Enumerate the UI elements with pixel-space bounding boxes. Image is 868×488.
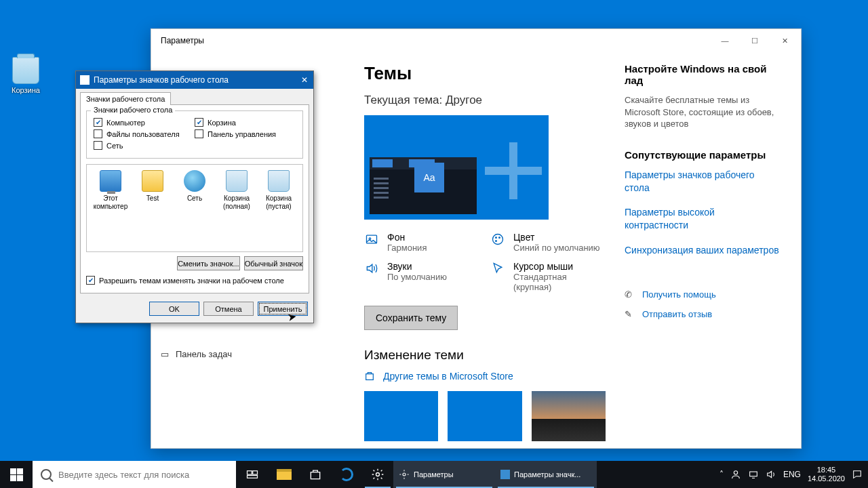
setting-sounds[interactable]: ЗвукиПо умолчанию	[364, 261, 479, 292]
search-icon	[41, 469, 52, 480]
taskbar-task-settings[interactable]: Параметры	[393, 461, 495, 488]
icon-bin-full[interactable]: Корзина (полная)	[218, 170, 255, 210]
svg-point-3	[496, 237, 497, 239]
change-theme-heading: Изменение теми	[364, 348, 606, 363]
taskbar-app-explorer[interactable]	[269, 461, 300, 488]
link-feedback[interactable]: ✎Отправить отзыв	[625, 309, 781, 319]
windows-logo-icon	[10, 468, 23, 481]
settings-title: Параметры	[161, 36, 204, 45]
change-icon-button[interactable]: Сменить значок...	[177, 256, 240, 270]
tray-network-icon[interactable]	[748, 469, 759, 480]
icon-user-folder[interactable]: Test	[134, 170, 171, 210]
gear-icon	[371, 468, 384, 481]
link-get-help[interactable]: ✆Получить помощь	[625, 289, 781, 300]
checkbox-icon: ✔	[94, 118, 102, 127]
dialog-icon	[80, 75, 90, 85]
fieldset-legend: Значки рабочего стола	[91, 106, 175, 114]
tray-people-icon[interactable]	[730, 469, 741, 480]
store-icon	[309, 468, 322, 481]
svg-rect-12	[750, 472, 757, 476]
recycle-bin-icon	[12, 57, 39, 84]
speaker-icon	[364, 261, 379, 276]
tray-language[interactable]: ENG	[783, 470, 801, 479]
desktop-icon-recycle-bin[interactable]: Корзина	[7, 57, 45, 94]
link-high-contrast[interactable]: Параметры высокой контрастности	[625, 206, 781, 232]
checkbox-control-panel[interactable]: Панель управления	[195, 129, 296, 138]
more-themes-link[interactable]: Другие темы в Microsoft Store	[364, 371, 606, 382]
minimize-button[interactable]: —	[710, 30, 740, 51]
theme-preview[interactable]: Aa	[364, 115, 549, 220]
help-icon: ✆	[625, 289, 635, 300]
taskbar-app-settings[interactable]	[362, 461, 393, 488]
gear-icon	[399, 469, 410, 480]
link-desktop-icons[interactable]: Параметры значков рабочего стола	[625, 169, 781, 195]
checkbox-icon	[94, 141, 102, 150]
recycle-bin-label: Корзина	[7, 86, 45, 94]
page-title: Темы	[364, 63, 606, 84]
start-button[interactable]	[0, 461, 33, 488]
settings-titlebar[interactable]: Параметры — ☐ ✕	[151, 29, 801, 52]
related-heading: Сопутствующие параметры	[625, 149, 781, 161]
link-sync[interactable]: Синхронизация ваших параметров	[625, 244, 781, 257]
theme-thumbnails	[364, 391, 606, 441]
checkbox-allow-themes[interactable]: ✔Разрешить темам изменять значки на рабо…	[86, 276, 303, 285]
icon-bin-empty[interactable]: Корзина (пустая)	[260, 170, 297, 210]
icon-this-pc[interactable]: Этот компьютер	[92, 170, 129, 210]
checkbox-icon: ✔	[195, 118, 203, 127]
svg-point-10	[403, 473, 406, 476]
sidebar-item-taskbar[interactable]: Панель задач	[176, 349, 232, 359]
checkbox-recycle-bin[interactable]: ✔Корзина	[195, 118, 296, 127]
recycle-bin-full-icon	[226, 170, 248, 192]
folder-icon	[142, 170, 163, 192]
picture-icon	[364, 232, 379, 247]
checkbox-computer[interactable]: ✔Компьютер	[94, 118, 195, 127]
svg-rect-8	[248, 476, 258, 479]
icon-preview-box: Этот компьютер Test Сеть Корзина (полная…	[86, 164, 303, 252]
palette-icon	[490, 232, 505, 247]
close-button[interactable]: ✕	[770, 30, 800, 51]
theme-thumb[interactable]	[364, 391, 438, 441]
setting-color[interactable]: ЦветСиний по умолчанию	[490, 232, 606, 253]
svg-rect-7	[253, 471, 258, 474]
checkbox-userfiles[interactable]: Файлы пользователя	[94, 129, 195, 138]
dialog-icon	[500, 470, 510, 479]
maximize-button[interactable]: ☐	[740, 30, 770, 51]
checkbox-icon	[94, 129, 102, 138]
right-heading: Настройте Windows на свой лад	[625, 63, 781, 86]
store-icon	[364, 371, 376, 382]
dialog-titlebar[interactable]: Параметры значков рабочего стола ✕	[76, 71, 313, 89]
dialog-close-button[interactable]: ✕	[298, 74, 311, 86]
default-icon-button[interactable]: Обычный значок	[244, 256, 303, 270]
ok-button[interactable]: OK	[149, 302, 199, 316]
tray-volume-icon[interactable]	[766, 469, 776, 480]
tray-notifications-icon[interactable]	[852, 469, 863, 480]
setting-background[interactable]: ФонГармония	[364, 232, 479, 253]
setting-cursor[interactable]: Курсор мышиСтандартная (крупная)	[490, 261, 606, 292]
recycle-bin-empty-icon	[268, 170, 290, 192]
theme-thumb[interactable]	[448, 391, 521, 441]
apply-button[interactable]: Применить	[258, 302, 308, 316]
svg-point-11	[734, 471, 737, 474]
desktop-icon-settings-dialog: Параметры значков рабочего стола ✕ Значк…	[75, 70, 314, 323]
taskbar-app-edge[interactable]	[331, 461, 362, 488]
icon-network[interactable]: Сеть	[176, 170, 213, 210]
tray-clock[interactable]: 18:4514.05.2020	[808, 466, 845, 483]
taskbar-search[interactable]: Введите здесь текст для поиска	[33, 461, 236, 488]
tray-chevron-up-icon[interactable]: ˄	[719, 470, 724, 479]
checkbox-network[interactable]: Сеть	[94, 141, 195, 150]
windows-logo-icon	[485, 142, 542, 199]
taskbar-task-dialog[interactable]: Параметры значк...	[495, 461, 597, 488]
taskbar: Введите здесь текст для поиска Параметры…	[0, 461, 868, 488]
current-theme-label: Текущая тема: Другое	[364, 94, 606, 107]
desktop: Корзина Параметры — ☐ ✕ ▭ Панель задач Т…	[0, 0, 868, 461]
tab-desktop-icons[interactable]: Значки рабочего стола	[80, 92, 171, 105]
svg-point-9	[376, 473, 380, 476]
cancel-button[interactable]: Отмена	[203, 302, 254, 316]
task-view-button[interactable]	[236, 461, 269, 488]
computer-icon	[100, 170, 121, 192]
theme-thumb[interactable]	[532, 391, 606, 441]
desktop-icons-fieldset: Значки рабочего стола ✔Компьютер Файлы п…	[86, 110, 303, 159]
taskbar-app-store[interactable]	[300, 461, 331, 488]
save-theme-button[interactable]: Сохранить тему	[364, 306, 458, 330]
folder-icon	[277, 469, 292, 480]
